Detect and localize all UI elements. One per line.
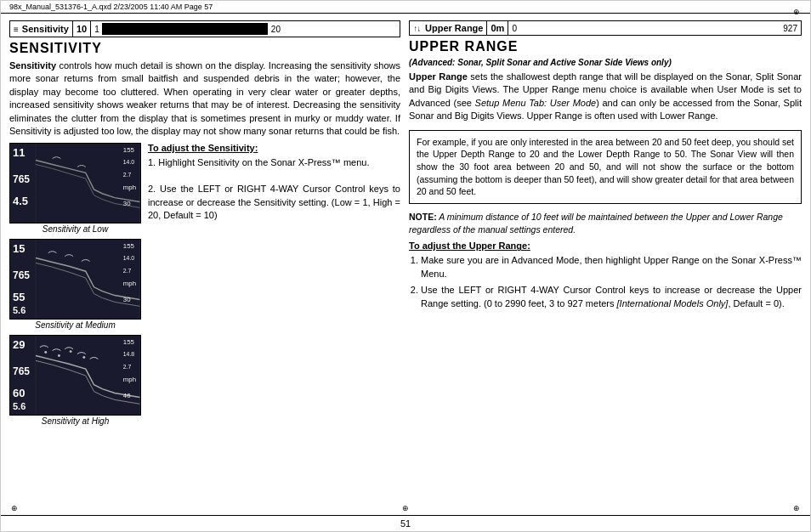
sensitivity-value: 10 [73, 21, 91, 37]
svg-text:mph: mph [123, 184, 136, 191]
sensitivity-bar [102, 23, 268, 35]
page-number: 51 [400, 518, 411, 529]
upper-range-value: 0m [487, 21, 508, 35]
svg-text:155: 155 [123, 338, 135, 346]
svg-text:2.7: 2.7 [123, 365, 132, 371]
upper-range-section-title: UPPER RANGE [409, 39, 518, 54]
sonar-med-bottom-num: 55 [13, 291, 25, 303]
callout-text: For example, if you are only interested … [417, 137, 794, 197]
sonar-image-low: 155 14.0 2.7 mph 30 11 4.5 765 Sensit [9, 143, 141, 235]
sonar-low-mid-num: 765 [13, 173, 30, 185]
svg-text:155: 155 [123, 242, 135, 250]
upper-range-bar-start: 0 [512, 24, 517, 33]
upper-range-bar-container: 0 927 [508, 21, 801, 35]
instructions-text: 1. Highlight Sensitivity on the Sonar X-… [148, 156, 400, 222]
sensitivity-instructions: To adjust the Sensitivity: 1. Highlight … [148, 143, 400, 427]
sonar-med-small-num: 5.6 [13, 305, 26, 315]
sensitivity-label: Sensitivity [22, 24, 69, 34]
sensitivity-section-title: SENSITIVITY [9, 41, 400, 56]
sonar-high-mid-num: 765 [13, 365, 30, 377]
sensitivity-bar-min: 1 [94, 25, 99, 34]
adjust-upper-range-title: To adjust the Upper Range: [409, 241, 802, 251]
sonar-medium-label: Sensitivity at Medium [9, 320, 141, 330]
upper-range-label: Upper Range [425, 23, 483, 33]
sonar-med-mid-num: 765 [13, 269, 30, 281]
content-area: ≡ Sensitivity 10 1 20 SENSITIVITY Sensit… [1, 14, 810, 434]
instructions-title: To adjust the Sensitivity: [148, 143, 400, 153]
left-column: ≡ Sensitivity 10 1 20 SENSITIVITY Sensit… [9, 20, 400, 427]
sensitivity-body-text: Sensitivity controls how much detail is … [9, 59, 400, 138]
svg-text:155: 155 [123, 146, 135, 154]
reg-mark-bottom-center: ⊕ [402, 504, 409, 512]
svg-text:14.0: 14.0 [123, 256, 135, 262]
svg-text:30: 30 [123, 201, 131, 208]
upper-range-subtitle: (Advanced: Sonar, Split Sonar and Active… [409, 58, 802, 67]
sensitivity-icon-label: ≡ Sensitivity [10, 21, 73, 37]
images-and-instructions: 155 14.0 2.7 mph 30 11 4.5 765 Sensit [9, 143, 400, 427]
svg-text:2.7: 2.7 [123, 173, 132, 178]
note-text: NOTE: A minimum distance of 10 feet will… [409, 211, 802, 235]
file-info: 98x_Manual_531376-1_A.qxd 2/23/2005 11:4… [9, 3, 213, 11]
upper-range-icon: ↑↓ [414, 24, 421, 33]
step-1: Make sure you are in Advanced Mode, then… [421, 254, 802, 280]
sonar-high-top-num: 29 [13, 338, 25, 351]
svg-text:30: 30 [123, 297, 131, 304]
svg-point-18 [70, 350, 72, 353]
reg-mark-bottom-left: ⊕ [11, 504, 18, 512]
sonar-high-bottom-num: 60 [13, 387, 25, 399]
header-bar: 98x_Manual_531376-1_A.qxd 2/23/2005 11:4… [1, 1, 810, 14]
sensitivity-bar-max: 20 [271, 25, 281, 34]
svg-point-17 [58, 354, 60, 357]
reg-mark-bottom-right: ⊕ [793, 504, 800, 512]
reg-mark-top-right: ⊕ [793, 8, 800, 16]
sonar-display-low: 155 14.0 2.7 mph 30 11 4.5 765 [9, 143, 141, 224]
upper-range-steps-list: Make sure you are in Advanced Mode, then… [421, 254, 802, 310]
svg-text:14.0: 14.0 [123, 160, 135, 166]
svg-text:2.7: 2.7 [123, 269, 132, 274]
sonar-high-small-num: 5.6 [13, 401, 26, 411]
upper-range-header-box: ↑↓ Upper Range 0m 0 927 [409, 20, 802, 36]
svg-text:mph: mph [123, 280, 136, 287]
page-container: 98x_Manual_531376-1_A.qxd 2/23/2005 11:4… [0, 0, 811, 532]
sonar-images-column: 155 14.0 2.7 mph 30 11 4.5 765 Sensit [9, 143, 141, 427]
upper-range-body-text: Upper Range sets the shallowest depth ra… [409, 71, 802, 123]
sensitivity-bar-container: 1 20 [91, 21, 400, 37]
svg-rect-0 [11, 144, 140, 223]
sensitivity-icon: ≡ [14, 25, 19, 34]
sonar-display-high: 155 14.8 2.7 mph 46 29 60 5.6 765 [9, 335, 141, 416]
sonar-display-medium: 155 14.0 2.7 mph 30 15 55 5.6 765 [9, 239, 141, 320]
svg-text:mph: mph [123, 376, 136, 383]
upper-range-bar-end: 927 [783, 24, 797, 33]
callout-box: For example, if you are only interested … [409, 130, 802, 204]
right-column: ↑↓ Upper Range 0m 0 927 UPPER RANGE (Adv… [409, 20, 802, 427]
sonar-med-top-num: 15 [13, 242, 25, 255]
sonar-high-label: Sensitivity at High [9, 416, 141, 426]
sonar-low-label: Sensitivity at Low [9, 224, 141, 234]
svg-point-16 [44, 351, 47, 354]
sonar-image-medium: 155 14.0 2.7 mph 30 15 55 5.6 765 Sensit [9, 239, 141, 331]
sensitivity-header-box: ≡ Sensitivity 10 1 20 [9, 20, 400, 37]
sonar-low-top-num: 11 [13, 146, 25, 159]
svg-text:14.8: 14.8 [123, 352, 135, 358]
svg-rect-7 [11, 240, 140, 319]
svg-text:46: 46 [123, 393, 131, 400]
upper-range-icon-label: ↑↓ Upper Range [410, 21, 487, 35]
svg-point-19 [82, 356, 85, 359]
svg-rect-14 [11, 336, 140, 415]
step-2: Use the LEFT or RIGHT 4-WAY Cursor Contr… [421, 284, 802, 310]
sonar-low-bottom-num: 4.5 [13, 195, 28, 207]
page-footer: 51 [1, 515, 810, 531]
sonar-image-high: 155 14.8 2.7 mph 46 29 60 5.6 765 Sensit [9, 335, 141, 427]
